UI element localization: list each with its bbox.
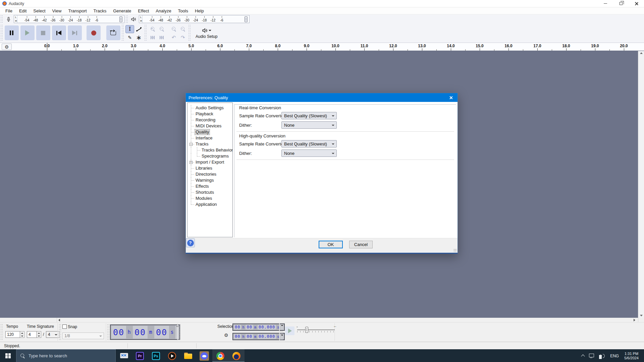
tree-item-tracks[interactable]: −Tracks: [187, 141, 232, 147]
audio-setup-button[interactable]: Audio Setup: [192, 24, 221, 43]
toolbar-grip[interactable]: [1, 25, 3, 42]
toolbar-grip[interactable]: [280, 324, 282, 340]
undo-tool-button[interactable]: ↶: [169, 34, 178, 42]
restore-button[interactable]: [613, 0, 629, 7]
tree-item-shortcuts[interactable]: Shortcuts: [187, 189, 232, 195]
playback-speed-slider[interactable]: - +: [297, 325, 336, 335]
selection-options-gear-icon[interactable]: ⚙: [224, 333, 228, 338]
taskbar-icon-photoshop[interactable]: Ps: [148, 349, 164, 362]
spin-down-icon[interactable]: [21, 336, 23, 337]
redo-tool-button[interactable]: ↷: [178, 34, 187, 42]
horizontal-scrollbar[interactable]: [0, 318, 644, 322]
toolbar-grip[interactable]: [1, 324, 3, 340]
menu-effect[interactable]: Effect: [135, 7, 152, 14]
tempo-input[interactable]: 120: [5, 331, 20, 338]
network-button[interactable]: [587, 349, 596, 362]
silence-audio-tool-button[interactable]: [157, 34, 166, 42]
play-button[interactable]: [20, 25, 35, 40]
menu-edit[interactable]: Edit: [16, 7, 30, 14]
spin-up-icon[interactable]: [21, 333, 23, 334]
record-meter-mic-button[interactable]: [4, 15, 13, 23]
time-signature-upper-input[interactable]: 4: [27, 331, 37, 338]
toolbar-grip[interactable]: [178, 324, 180, 340]
record-volume-slider[interactable]: [119, 16, 122, 22]
skip-to-end-button[interactable]: [68, 25, 82, 40]
toolbar-grip[interactable]: [126, 15, 128, 23]
tree-item-application[interactable]: Application: [187, 201, 232, 207]
cancel-button[interactable]: Cancel: [349, 241, 373, 248]
taskbar-icon-file-explorer[interactable]: [180, 349, 196, 362]
hidden-icons-button[interactable]: [580, 349, 586, 362]
start-button[interactable]: [0, 349, 16, 362]
time-signature-lower-select[interactable]: 4: [46, 331, 59, 338]
record-button[interactable]: [87, 25, 101, 40]
scroll-left-icon[interactable]: [58, 319, 60, 321]
playback-meter[interactable]: LR -54-48-42-36-30-24-18-12-6: [139, 15, 250, 23]
trim-audio-tool-button[interactable]: [148, 34, 157, 42]
volume-button[interactable]: [597, 349, 607, 362]
snap-mode-select[interactable]: 1/8: [62, 333, 104, 339]
toolbar-grip[interactable]: [1, 15, 3, 23]
tree-item-libraries[interactable]: Libraries: [187, 165, 232, 171]
menu-view[interactable]: View: [49, 7, 65, 14]
taskbar-icon-firefox[interactable]: [228, 349, 245, 362]
multi-tool-tool-button[interactable]: ∗: [135, 34, 143, 42]
tree-item-quality[interactable]: Quality: [187, 129, 232, 135]
timeline-ruler[interactable]: ⚙ 0.01.02.03.04.05.06.07.08.09.010.011.0…: [0, 43, 644, 51]
menu-select[interactable]: Select: [30, 7, 49, 14]
menu-tools[interactable]: Tools: [175, 7, 192, 14]
tree-item-recording[interactable]: Recording: [187, 117, 232, 123]
fit-project-tool-button[interactable]: [178, 25, 187, 33]
playback-meter-speaker-button[interactable]: [129, 15, 138, 23]
expand-icon[interactable]: +: [190, 161, 193, 164]
menu-analyze[interactable]: Analyze: [152, 7, 174, 14]
spin-up-icon[interactable]: [38, 333, 40, 334]
scroll-right-icon[interactable]: [634, 319, 635, 321]
tree-item-import-export[interactable]: +Import / Export: [187, 159, 232, 165]
taskbar-icon-premiere-pro[interactable]: Pr: [132, 349, 148, 362]
tempo-spinner[interactable]: [20, 331, 24, 338]
realtime-sample-rate-converter-select[interactable]: Best Quality (Slowest): [281, 112, 337, 119]
taskbar-icon-discord[interactable]: [196, 349, 212, 362]
tree-item-modules[interactable]: Modules: [187, 195, 232, 201]
ok-button[interactable]: OK: [319, 241, 343, 248]
spin-down-icon[interactable]: [38, 336, 40, 337]
play-at-speed-button[interactable]: [285, 326, 294, 335]
hq-sample-rate-converter-select[interactable]: Best Quality (Slowest): [281, 140, 337, 147]
tree-item-interface[interactable]: Interface: [187, 135, 232, 141]
taskbar-search[interactable]: Type here to search: [16, 349, 116, 362]
tree-item-audio-settings[interactable]: Audio Settings: [187, 105, 232, 111]
menu-file[interactable]: File: [2, 7, 16, 14]
tree-item-spectrograms[interactable]: Spectrograms: [187, 153, 232, 159]
tree-item-midi-devices[interactable]: MIDI Devices: [187, 123, 232, 129]
dialog-title-bar[interactable]: Preferences: Quality: [186, 93, 458, 102]
dialog-close-button[interactable]: [444, 93, 458, 102]
close-button[interactable]: [629, 0, 644, 7]
toolbar-grip[interactable]: [59, 324, 61, 340]
taskbar-icon-media-player[interactable]: [164, 349, 180, 362]
collapse-icon[interactable]: −: [190, 143, 193, 146]
timeline-options-button[interactable]: ⚙: [2, 44, 12, 50]
menu-generate[interactable]: Generate: [110, 7, 135, 14]
draw-tool-button[interactable]: ✎: [125, 34, 134, 42]
snap-checkbox[interactable]: [62, 324, 67, 329]
scroll-down-icon[interactable]: [640, 315, 643, 316]
tree-item-warnings[interactable]: Warnings: [187, 177, 232, 183]
tree-item-effects[interactable]: Effects: [187, 183, 232, 189]
menu-help[interactable]: Help: [192, 7, 207, 14]
help-button[interactable]: ?: [186, 238, 195, 247]
toolbar-grip[interactable]: [107, 324, 109, 340]
menu-tracks[interactable]: Tracks: [90, 7, 110, 14]
envelope-tool-button[interactable]: [135, 25, 143, 33]
clock[interactable]: 1:31 PM 5/6/2024: [622, 352, 641, 360]
tree-item-directories[interactable]: Directories: [187, 171, 232, 177]
skip-to-start-button[interactable]: [52, 25, 66, 40]
loop-button[interactable]: [106, 25, 120, 40]
record-meter[interactable]: LR -54-48-42-36-30-24-18-12-6: [14, 15, 124, 23]
language-indicator[interactable]: ENG: [607, 349, 622, 362]
tree-item-tracks-behaviors[interactable]: Tracks Behaviors: [187, 147, 232, 153]
selection-tool-button[interactable]: I: [125, 25, 134, 33]
realtime-dither-select[interactable]: None: [281, 121, 337, 129]
minimize-button[interactable]: [598, 0, 613, 7]
slider-thumb[interactable]: [305, 327, 308, 333]
